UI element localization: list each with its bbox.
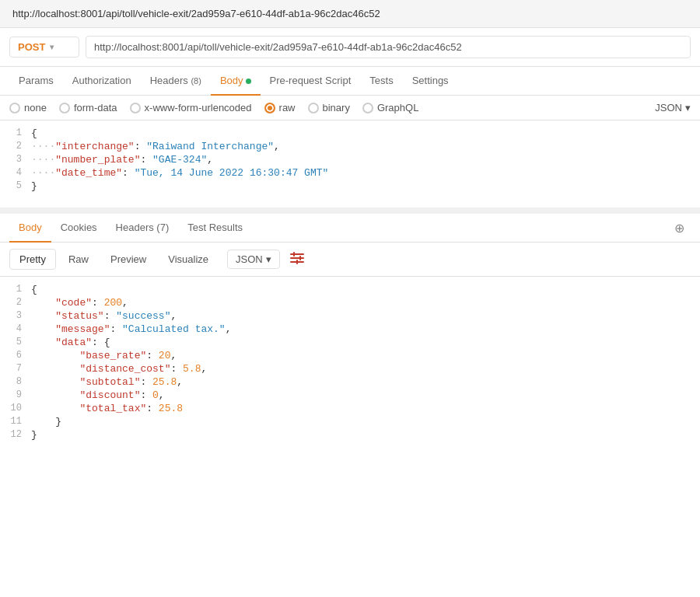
format-tab-pretty[interactable]: Pretty (9, 249, 56, 270)
tab-authorization[interactable]: Authorization (63, 67, 141, 96)
response-tabs: Body Cookies Headers (7) Test Results ⊕ (0, 214, 700, 243)
radio-graphql[interactable]: GraphQL (362, 102, 418, 113)
body-active-indicator (246, 79, 251, 84)
res-line-3: 3 "status": "success", (0, 309, 700, 323)
filter-icon[interactable] (289, 252, 305, 267)
body-options-row: none form-data x-www-form-urlencoded raw… (0, 96, 700, 120)
radio-binary[interactable]: binary (308, 102, 350, 113)
format-tab-visualize[interactable]: Visualize (159, 250, 218, 269)
radio-none[interactable]: none (9, 102, 47, 113)
tab-settings[interactable]: Settings (403, 67, 458, 96)
res-line-2: 2 "code": 200, (0, 296, 700, 309)
request-tabs: Params Authorization Headers (8) Body Pr… (0, 67, 700, 96)
radio-raw[interactable]: raw (264, 102, 296, 113)
response-tab-cookies[interactable]: Cookies (51, 214, 107, 243)
response-tab-test-results[interactable]: Test Results (178, 214, 252, 243)
radio-graphql-circle (362, 103, 373, 113)
request-body-editor[interactable]: 1 { 2 ····"interchange": "Raiwand Interc… (0, 120, 700, 214)
radio-raw-circle (264, 103, 275, 113)
url-input[interactable] (86, 36, 691, 58)
response-settings-icon[interactable]: ⊕ (668, 215, 691, 242)
response-tab-headers[interactable]: Headers (7) (107, 214, 179, 243)
format-tab-raw[interactable]: Raw (59, 250, 98, 269)
req-line-4: 4 ····"date_time": "Tue, 14 June 2022 16… (0, 166, 700, 180)
radio-none-circle (9, 103, 20, 113)
response-section: Body Cookies Headers (7) Test Results ⊕ … (0, 214, 700, 494)
res-line-1: 1 { (0, 283, 700, 296)
response-tab-body[interactable]: Body (9, 214, 51, 243)
response-body-editor: 1 { 2 "code": 200, 3 "status": "success"… (0, 277, 700, 494)
method-dropdown[interactable]: POST ▾ (9, 37, 79, 58)
radio-binary-circle (308, 103, 319, 113)
response-format-dropdown[interactable]: JSON ▾ (227, 250, 280, 269)
req-line-3: 3 ····"number_plate": "GAE-324", (0, 153, 700, 166)
res-line-9: 9 "discount": 0, (0, 389, 700, 402)
radio-form-data[interactable]: form-data (59, 102, 117, 113)
response-format-bar: Pretty Raw Preview Visualize JSON ▾ (0, 243, 700, 277)
req-line-5: 5 } (0, 180, 700, 193)
tab-params[interactable]: Params (9, 67, 63, 96)
radio-urlencoded[interactable]: x-www-form-urlencoded (130, 102, 252, 113)
tab-headers[interactable]: Headers (8) (141, 67, 211, 96)
req-line-2: 2 ····"interchange": "Raiwand Interchang… (0, 140, 700, 153)
format-tab-preview[interactable]: Preview (101, 250, 156, 269)
req-line-1: 1 { (0, 127, 700, 140)
tab-body[interactable]: Body (211, 67, 261, 96)
res-line-4: 4 "message": "Calculated tax.", (0, 323, 700, 336)
tab-tests[interactable]: Tests (360, 67, 402, 96)
res-line-6: 6 "base_rate": 20, (0, 349, 700, 362)
res-line-5: 5 "data": { (0, 336, 700, 349)
tab-prerequest[interactable]: Pre-request Script (261, 67, 361, 96)
body-format-dropdown[interactable]: JSON ▾ (655, 102, 691, 113)
request-bar: POST ▾ (0, 28, 700, 67)
res-line-12: 12 } (0, 428, 700, 442)
radio-form-data-circle (59, 103, 70, 113)
res-line-7: 7 "distance_cost": 5.8, (0, 362, 700, 375)
res-line-10: 10 "total_tax": 25.8 (0, 402, 700, 415)
window-title: http://localhost:8001/api/toll/vehicle-e… (0, 0, 700, 28)
res-line-11: 11 } (0, 415, 700, 428)
radio-urlencoded-circle (130, 103, 141, 113)
method-chevron-icon: ▾ (50, 43, 54, 51)
res-line-8: 8 "subtotal": 25.8, (0, 375, 700, 389)
